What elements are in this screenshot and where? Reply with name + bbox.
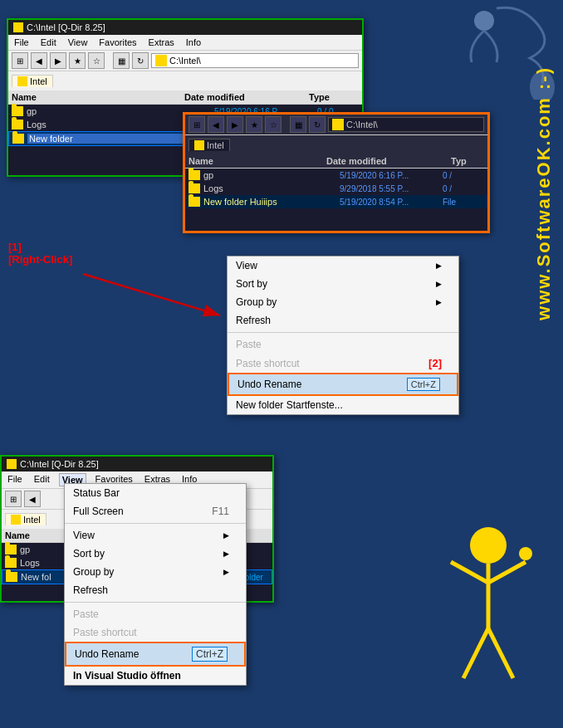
file-row-logs-2[interactable]: Logs 9/29/2018 5:55 P... 0 / xyxy=(185,182,487,195)
folder-icon-newfolder-2 xyxy=(188,197,200,207)
file-row-newfolder-2[interactable]: New folder Huiiips 5/19/2020 8:54 P... F… xyxy=(185,195,487,208)
view-menu-sortby[interactable]: Sort by xyxy=(65,545,246,563)
toolbar-btn-refresh[interactable]: ↻ xyxy=(132,52,149,69)
tab-intel-2[interactable]: Intel xyxy=(188,139,230,151)
address-bar-2[interactable]: C:\Intel\ xyxy=(328,117,484,132)
window-icon-1 xyxy=(13,22,23,32)
tab-intel-1[interactable]: Intel xyxy=(12,75,53,87)
menubar-1[interactable]: File Edit View Favorites Extras Info xyxy=(8,35,362,51)
toolbar-btn-back-3[interactable]: ◀ xyxy=(24,491,41,507)
menu-favorites-1[interactable]: Favorites xyxy=(96,37,139,48)
col-type-2: Typ xyxy=(451,156,484,166)
file-header-2: Name Date modified Typ xyxy=(185,154,487,169)
address-bar-1[interactable]: C:\Intel\ xyxy=(151,53,359,68)
tab-intel-3[interactable]: Intel xyxy=(5,513,47,525)
view-menu-undorename[interactable]: Undo Rename Ctrl+Z xyxy=(65,642,246,667)
ctx-view-1[interactable]: View xyxy=(228,257,458,275)
toolbar-btn-back[interactable]: ◀ xyxy=(31,52,47,69)
folder-icon-logs-3 xyxy=(5,558,17,568)
file-date-newfolder-2: 5/19/2020 8:54 P... xyxy=(340,198,439,207)
toolbar-btn-star[interactable]: ★ xyxy=(69,52,86,69)
ctx-groupby-1[interactable]: Group by xyxy=(228,293,458,311)
menu-file-1[interactable]: File xyxy=(12,37,32,48)
ctx-pasteshortcut-label-1: Paste shortcut xyxy=(236,358,300,369)
explorer-window-3: C:\Intel [Q-Dir 8.25] File Edit View Fav… xyxy=(0,455,274,603)
toolbar-btn-grid-3[interactable]: ⊞ xyxy=(5,491,22,507)
toolbar-btn-refresh-2[interactable]: ↻ xyxy=(309,116,326,133)
tab-icon-3 xyxy=(11,515,21,525)
context-menu-1: View Sort by Group by Refresh Paste Past… xyxy=(227,256,459,415)
address-text-1: C:\Intel\ xyxy=(169,56,201,66)
view-menu-fullscreen[interactable]: Full Screen F11 xyxy=(65,502,246,520)
tab-icon-1 xyxy=(17,76,27,86)
svg-line-5 xyxy=(488,562,526,583)
view-menu-pasteshortcut[interactable]: Paste shortcut xyxy=(65,623,246,642)
titlebar-1: C:\Intel [Q-Dir 8.25] xyxy=(8,20,362,35)
ctx-undorename-label-1: Undo Rename xyxy=(237,379,301,390)
ctx-sortby-1[interactable]: Sort by xyxy=(228,275,458,293)
file-type-newfolder-2: File xyxy=(443,198,484,207)
menu-extras-1[interactable]: Extras xyxy=(146,37,177,48)
menu-view-1[interactable]: View xyxy=(66,37,91,48)
toolbar-btn-star2[interactable]: ☆ xyxy=(88,52,105,69)
folder-icon-logs-2 xyxy=(188,183,200,193)
col-name-2: Name xyxy=(188,156,326,166)
ctx-undorename-1[interactable]: Undo Rename Ctrl+Z xyxy=(228,373,458,396)
ctx-newfolder-1[interactable]: New folder Startfenste... xyxy=(228,396,458,414)
file-name-logs-2: Logs xyxy=(203,183,336,193)
toolbar-btn-forward-2[interactable]: ▶ xyxy=(227,116,243,133)
step1-desc: [Right-Click] xyxy=(8,253,72,266)
ctx-undorename-shortcut-1: Ctrl+Z xyxy=(407,378,440,391)
toolbar-btn-star2-2[interactable]: ☆ xyxy=(265,116,282,133)
view-menu-visualstudio[interactable]: In Visual Studio öffnen xyxy=(65,667,246,685)
toolbar-btn-grid-2[interactable]: ⊞ xyxy=(188,116,205,133)
menu-file-3[interactable]: File xyxy=(5,473,25,486)
menu-info-1[interactable]: Info xyxy=(184,37,203,48)
toolbar-btn-back-2[interactable]: ◀ xyxy=(208,116,224,133)
ctx-pasteshortcut-1[interactable]: Paste shortcut [2] xyxy=(228,354,458,373)
view-menu-refresh[interactable]: Refresh xyxy=(65,581,246,599)
file-date-logs-2: 9/29/2018 5:55 P... xyxy=(340,184,439,193)
view-menu-paste[interactable]: Paste xyxy=(65,605,246,623)
toolbar-2: ⊞ ◀ ▶ ★ ☆ ▦ ↻ C:\Intel\ xyxy=(185,115,487,135)
file-name-gp-2: gp xyxy=(203,170,336,180)
toolbar-btn-grid[interactable]: ⊞ xyxy=(12,52,28,69)
address-icon-1 xyxy=(155,55,167,66)
file-type-gp-2: 0 / xyxy=(443,171,484,180)
folder-icon-newfol-3 xyxy=(6,572,17,582)
toolbar-btn-star-2[interactable]: ★ xyxy=(246,116,262,133)
svg-point-9 xyxy=(474,11,494,31)
step1-label: [1] xyxy=(8,241,72,253)
file-list-2: gp 5/19/2020 6:16 P... 0 / Logs 9/29/201… xyxy=(185,169,487,231)
title-1: C:\Intel [Q-Dir 8.25] xyxy=(27,22,105,32)
view-menu-undorename-label: Undo Rename xyxy=(75,648,139,660)
col-date-2: Date modified xyxy=(326,156,451,166)
menu-edit-3[interactable]: Edit xyxy=(32,473,52,486)
file-date-gp-2: 5/19/2020 6:16 P... xyxy=(340,171,439,180)
ctx-refresh-1[interactable]: Refresh xyxy=(228,311,458,330)
folder-icon-logs-1 xyxy=(12,120,23,129)
menu-edit-1[interactable]: Edit xyxy=(38,37,59,48)
toolbar-btn-layout-2[interactable]: ▦ xyxy=(290,116,306,133)
ctx-paste-1[interactable]: Paste xyxy=(228,335,458,354)
toolbar-btn-layout[interactable]: ▦ xyxy=(113,52,130,69)
folder-icon-gp-2 xyxy=(188,170,200,180)
view-menu-fullscreen-label: Full Screen xyxy=(73,506,124,517)
folder-icon-gp-1 xyxy=(12,106,23,116)
col-date-1: Date modified xyxy=(184,92,309,102)
view-menu-statusbar[interactable]: Status Bar xyxy=(65,484,246,502)
toolbar-1: ⊞ ◀ ▶ ★ ☆ ▦ ↻ C:\Intel\ xyxy=(8,51,362,71)
window-icon-3 xyxy=(7,459,17,469)
tab-label-2: Intel xyxy=(207,140,224,150)
address-icon-2 xyxy=(332,119,344,130)
view-sep-1 xyxy=(65,523,246,524)
col-type-1: Type xyxy=(309,92,359,102)
title-3: C:\Intel [Q-Dir 8.25] xyxy=(20,459,99,469)
view-menu-view[interactable]: View xyxy=(65,526,246,545)
toolbar-btn-forward[interactable]: ▶ xyxy=(50,52,66,69)
file-row-gp-2[interactable]: gp 5/19/2020 6:16 P... 0 / xyxy=(185,169,487,182)
svg-point-0 xyxy=(530,71,555,100)
titlebar-3: C:\Intel [Q-Dir 8.25] xyxy=(2,457,272,471)
annotation-step1: [1] [Right-Click] xyxy=(8,241,72,266)
view-menu-groupby[interactable]: Group by xyxy=(65,563,246,581)
